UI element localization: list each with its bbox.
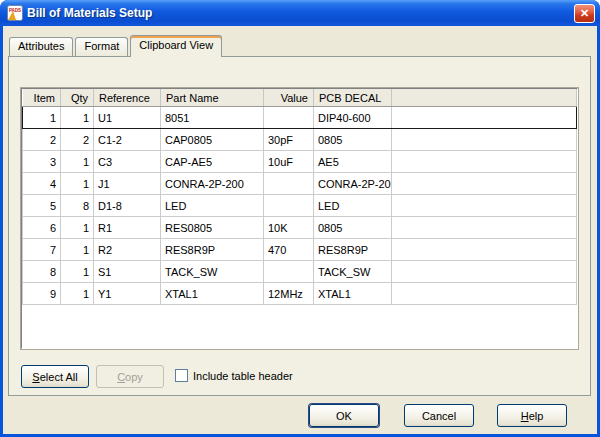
cell-pcb-decal[interactable]: CONRA-2P-200 [314,173,392,195]
cancel-button[interactable]: Cancel [404,404,474,427]
cell-reference[interactable]: D1-8 [94,195,161,217]
tab-clipboard-view[interactable]: Clipboard View [130,35,222,57]
column-header-pcb-decal: PCB DECAL [314,89,392,107]
table-row[interactable]: 1 1 U1 8051 DIP40-600 [23,107,577,129]
cell-value[interactable]: 10uF [264,151,314,173]
cell-reference[interactable]: R1 [94,217,161,239]
dialog-window: PADS Bill of Materials Setup ✕ Attribute… [0,0,600,437]
cell-value[interactable] [264,261,314,283]
cell-part-name[interactable]: 8051 [161,107,264,129]
cell-item[interactable]: 5 [23,195,61,217]
tab-panel: Item Qty Reference Part Name Value PCB D… [8,56,591,396]
cell-qty[interactable]: 1 [61,283,94,305]
cell-value[interactable] [264,107,314,129]
cell-filler[interactable] [392,151,577,173]
cell-item[interactable]: 9 [23,283,61,305]
cell-qty[interactable]: 1 [61,151,94,173]
cell-item[interactable]: 1 [23,107,61,129]
cell-item[interactable]: 8 [23,261,61,283]
cell-part-name[interactable]: LED [161,195,264,217]
close-icon: ✕ [580,7,589,19]
tab-attributes[interactable]: Attributes [9,37,73,56]
bom-table: Item Qty Reference Part Name Value PCB D… [21,88,578,349]
cell-value[interactable] [264,173,314,195]
cell-part-name[interactable]: XTAL1 [161,283,264,305]
cell-reference[interactable]: C1-2 [94,129,161,151]
cell-reference[interactable]: R2 [94,239,161,261]
cell-pcb-decal[interactable]: 0805 [314,129,392,151]
column-header-filler [392,89,577,107]
cell-item[interactable]: 6 [23,217,61,239]
cell-pcb-decal[interactable]: TACK_SW [314,261,392,283]
cell-value[interactable]: 470 [264,239,314,261]
copy-button: Copy [96,365,164,388]
cell-pcb-decal[interactable]: RES8R9P [314,239,392,261]
cell-pcb-decal[interactable]: LED [314,195,392,217]
ok-button[interactable]: OK [309,404,379,427]
cell-pcb-decal[interactable]: DIP40-600 [314,107,392,129]
cell-qty[interactable]: 8 [61,195,94,217]
cell-filler[interactable] [392,195,577,217]
cell-item[interactable]: 4 [23,173,61,195]
cell-pcb-decal[interactable]: 0805 [314,217,392,239]
cell-pcb-decal[interactable]: AE5 [314,151,392,173]
column-header-item: Item [23,89,61,107]
table-row[interactable]: 6 1 R1 RES0805 10K 0805 [23,217,577,239]
close-button[interactable]: ✕ [574,4,595,23]
title-bar[interactable]: PADS Bill of Materials Setup ✕ [0,0,600,26]
cell-part-name[interactable]: CAP-AE5 [161,151,264,173]
tab-format[interactable]: Format [75,37,128,56]
cell-value[interactable] [264,195,314,217]
cell-qty[interactable]: 1 [61,217,94,239]
cell-filler[interactable] [392,129,577,151]
table-row[interactable]: 2 2 C1-2 CAP0805 30pF 0805 [23,129,577,151]
pads-icon-text: PADS [9,8,21,13]
cell-pcb-decal[interactable]: XTAL1 [314,283,392,305]
cell-qty[interactable]: 1 [61,261,94,283]
pads-app-icon: PADS [7,5,23,21]
cell-part-name[interactable]: RES8R9P [161,239,264,261]
cell-item[interactable]: 3 [23,151,61,173]
cell-filler[interactable] [392,217,577,239]
cell-part-name[interactable]: CAP0805 [161,129,264,151]
cell-reference[interactable]: J1 [94,173,161,195]
table-row[interactable]: 9 1 Y1 XTAL1 12MHz XTAL1 [23,283,577,305]
column-header-value: Value [264,89,314,107]
cell-reference[interactable]: U1 [94,107,161,129]
cell-filler[interactable] [392,239,577,261]
window-title: Bill of Materials Setup [27,6,574,20]
cell-filler[interactable] [392,173,577,195]
select-all-button[interactable]: Select All [21,365,89,388]
cell-part-name[interactable]: CONRA-2P-200 [161,173,264,195]
table-row[interactable]: 8 1 S1 TACK_SW TACK_SW [23,261,577,283]
help-button[interactable]: Help [497,404,567,427]
cell-part-name[interactable]: TACK_SW [161,261,264,283]
bom-grid: Item Qty Reference Part Name Value PCB D… [22,89,577,305]
bom-table-body: 1 1 U1 8051 DIP40-600 2 2 C1-2 CAP0805 3… [23,107,577,305]
cell-qty[interactable]: 1 [61,239,94,261]
cell-reference[interactable]: C3 [94,151,161,173]
cell-item[interactable]: 7 [23,239,61,261]
include-header-checkbox[interactable] [175,369,188,382]
cell-filler[interactable] [392,107,577,129]
cell-value[interactable]: 30pF [264,129,314,151]
cell-filler[interactable] [392,261,577,283]
cell-part-name[interactable]: RES0805 [161,217,264,239]
table-row[interactable]: 3 1 C3 CAP-AE5 10uF AE5 [23,151,577,173]
column-header-reference: Reference [94,89,161,107]
cell-qty[interactable]: 2 [61,129,94,151]
cell-qty[interactable]: 1 [61,107,94,129]
cell-filler[interactable] [392,283,577,305]
cell-value[interactable]: 10K [264,217,314,239]
table-row[interactable]: 5 8 D1-8 LED LED [23,195,577,217]
column-header-part-name: Part Name [161,89,264,107]
bom-table-header: Item Qty Reference Part Name Value PCB D… [23,89,577,107]
cell-value[interactable]: 12MHz [264,283,314,305]
include-header-label[interactable]: Include table header [193,370,293,382]
cell-qty[interactable]: 1 [61,173,94,195]
cell-reference[interactable]: S1 [94,261,161,283]
cell-item[interactable]: 2 [23,129,61,151]
table-row[interactable]: 4 1 J1 CONRA-2P-200 CONRA-2P-200 [23,173,577,195]
cell-reference[interactable]: Y1 [94,283,161,305]
table-row[interactable]: 7 1 R2 RES8R9P 470 RES8R9P [23,239,577,261]
